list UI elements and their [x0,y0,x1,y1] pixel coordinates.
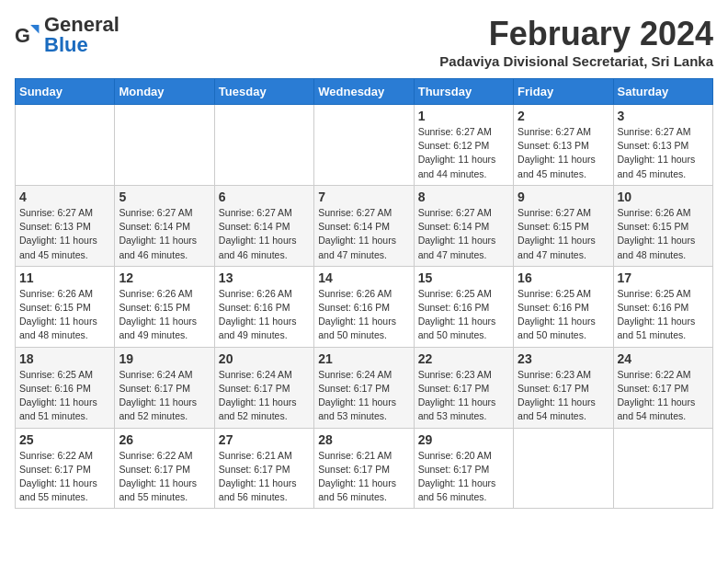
calendar-cell: 3Sunrise: 6:27 AMSunset: 6:13 PMDaylight… [613,105,712,186]
day-info: Sunrise: 6:27 AMSunset: 6:15 PMDaylight:… [518,206,609,262]
calendar-cell: 5Sunrise: 6:27 AMSunset: 6:14 PMDaylight… [115,185,214,266]
day-info: Sunrise: 6:27 AMSunset: 6:14 PMDaylight:… [219,206,310,262]
calendar-cell: 21Sunrise: 6:24 AMSunset: 6:17 PMDayligh… [314,347,414,428]
day-number: 15 [418,270,509,285]
day-info: Sunrise: 6:27 AMSunset: 6:13 PMDaylight:… [19,206,110,262]
calendar-cell: 12Sunrise: 6:26 AMSunset: 6:15 PMDayligh… [115,266,214,347]
calendar-cell [314,105,414,186]
day-info: Sunrise: 6:23 AMSunset: 6:17 PMDaylight:… [418,368,509,424]
calendar-cell: 11Sunrise: 6:26 AMSunset: 6:15 PMDayligh… [16,266,115,347]
calendar-cell: 22Sunrise: 6:23 AMSunset: 6:17 PMDayligh… [414,347,513,428]
day-info: Sunrise: 6:27 AMSunset: 6:13 PMDaylight:… [518,125,609,181]
day-info: Sunrise: 6:25 AMSunset: 6:16 PMDaylight:… [418,287,509,343]
day-info: Sunrise: 6:25 AMSunset: 6:16 PMDaylight:… [618,287,709,343]
day-number: 28 [318,432,409,447]
day-info: Sunrise: 6:26 AMSunset: 6:16 PMDaylight:… [219,287,310,343]
day-info: Sunrise: 6:24 AMSunset: 6:17 PMDaylight:… [119,368,210,424]
day-number: 11 [19,270,110,285]
calendar-cell: 7Sunrise: 6:27 AMSunset: 6:14 PMDaylight… [314,185,414,266]
day-info: Sunrise: 6:27 AMSunset: 6:12 PMDaylight:… [418,125,509,181]
day-info: Sunrise: 6:22 AMSunset: 6:17 PMDaylight:… [19,449,110,505]
calendar-cell: 10Sunrise: 6:26 AMSunset: 6:15 PMDayligh… [613,185,712,266]
calendar-cell [115,105,214,186]
day-number: 22 [418,351,509,366]
calendar-cell: 17Sunrise: 6:25 AMSunset: 6:16 PMDayligh… [613,266,712,347]
day-number: 14 [318,270,409,285]
day-info: Sunrise: 6:21 AMSunset: 6:17 PMDaylight:… [318,449,409,505]
calendar-cell: 23Sunrise: 6:23 AMSunset: 6:17 PMDayligh… [514,347,613,428]
calendar-body: 1Sunrise: 6:27 AMSunset: 6:12 PMDaylight… [16,105,713,509]
day-info: Sunrise: 6:27 AMSunset: 6:14 PMDaylight:… [418,206,509,262]
calendar-cell [214,105,313,186]
calendar-cell: 18Sunrise: 6:25 AMSunset: 6:16 PMDayligh… [16,347,115,428]
day-number: 5 [119,190,210,204]
day-number: 17 [618,270,709,285]
day-number: 21 [318,351,409,366]
day-number: 25 [19,432,110,447]
day-info: Sunrise: 6:24 AMSunset: 6:17 PMDaylight:… [318,368,409,424]
day-info: Sunrise: 6:20 AMSunset: 6:17 PMDaylight:… [418,449,509,505]
calendar-week-2: 11Sunrise: 6:26 AMSunset: 6:15 PMDayligh… [16,266,713,347]
logo: G General Blue [15,15,119,55]
day-info: Sunrise: 6:22 AMSunset: 6:17 PMDaylight:… [119,449,210,505]
calendar-cell: 19Sunrise: 6:24 AMSunset: 6:17 PMDayligh… [115,347,214,428]
calendar-cell: 15Sunrise: 6:25 AMSunset: 6:16 PMDayligh… [414,266,513,347]
calendar-cell: 13Sunrise: 6:26 AMSunset: 6:16 PMDayligh… [214,266,313,347]
day-header-friday: Friday [514,79,613,105]
calendar-table: SundayMondayTuesdayWednesdayThursdayFrid… [15,78,713,509]
day-header-saturday: Saturday [613,79,712,105]
calendar-week-1: 4Sunrise: 6:27 AMSunset: 6:13 PMDaylight… [16,185,713,266]
day-info: Sunrise: 6:27 AMSunset: 6:13 PMDaylight:… [618,125,709,181]
day-number: 29 [418,432,509,447]
day-number: 23 [518,351,609,366]
logo-icon: G [15,22,40,48]
calendar-cell [16,105,115,186]
calendar-cell: 27Sunrise: 6:21 AMSunset: 6:17 PMDayligh… [214,428,313,509]
calendar-week-4: 25Sunrise: 6:22 AMSunset: 6:17 PMDayligh… [16,428,713,509]
day-info: Sunrise: 6:24 AMSunset: 6:17 PMDaylight:… [219,368,310,424]
calendar-cell: 20Sunrise: 6:24 AMSunset: 6:17 PMDayligh… [214,347,313,428]
day-info: Sunrise: 6:22 AMSunset: 6:17 PMDaylight:… [618,368,709,424]
day-number: 7 [318,190,409,204]
day-number: 10 [618,190,709,204]
day-number: 3 [618,109,709,123]
day-info: Sunrise: 6:27 AMSunset: 6:14 PMDaylight:… [119,206,210,262]
calendar-cell: 1Sunrise: 6:27 AMSunset: 6:12 PMDaylight… [414,105,513,186]
day-number: 16 [518,270,609,285]
day-number: 27 [219,432,310,447]
title-area: February 2024 Padaviya Divisional Secret… [439,15,713,69]
day-number: 2 [518,109,609,123]
day-info: Sunrise: 6:23 AMSunset: 6:17 PMDaylight:… [518,368,609,424]
calendar-cell: 24Sunrise: 6:22 AMSunset: 6:17 PMDayligh… [613,347,712,428]
calendar-cell: 28Sunrise: 6:21 AMSunset: 6:17 PMDayligh… [314,428,414,509]
calendar-cell: 4Sunrise: 6:27 AMSunset: 6:13 PMDaylight… [16,185,115,266]
day-number: 8 [418,190,509,204]
calendar-cell: 8Sunrise: 6:27 AMSunset: 6:14 PMDaylight… [414,185,513,266]
day-header-sunday: Sunday [16,79,115,105]
header: G General Blue February 2024 Padaviya Di… [15,15,713,69]
day-number: 26 [119,432,210,447]
calendar-cell: 25Sunrise: 6:22 AMSunset: 6:17 PMDayligh… [16,428,115,509]
day-info: Sunrise: 6:25 AMSunset: 6:16 PMDaylight:… [518,287,609,343]
calendar-week-0: 1Sunrise: 6:27 AMSunset: 6:12 PMDaylight… [16,105,713,186]
day-number: 4 [19,190,110,204]
day-info: Sunrise: 6:26 AMSunset: 6:15 PMDaylight:… [119,287,210,343]
day-number: 24 [618,351,709,366]
day-number: 18 [19,351,110,366]
calendar-cell [514,428,613,509]
day-header-monday: Monday [115,79,214,105]
calendar-cell: 9Sunrise: 6:27 AMSunset: 6:15 PMDaylight… [514,185,613,266]
day-header-wednesday: Wednesday [314,79,414,105]
day-number: 19 [119,351,210,366]
calendar-cell: 16Sunrise: 6:25 AMSunset: 6:16 PMDayligh… [514,266,613,347]
calendar-cell: 2Sunrise: 6:27 AMSunset: 6:13 PMDaylight… [514,105,613,186]
month-title: February 2024 [439,15,713,53]
calendar-header-row: SundayMondayTuesdayWednesdayThursdayFrid… [16,79,713,105]
svg-marker-1 [30,25,39,33]
logo-blue: Blue [44,33,88,56]
day-info: Sunrise: 6:25 AMSunset: 6:16 PMDaylight:… [19,368,110,424]
day-number: 9 [518,190,609,204]
day-number: 12 [119,270,210,285]
calendar-cell [613,428,712,509]
day-header-thursday: Thursday [414,79,513,105]
